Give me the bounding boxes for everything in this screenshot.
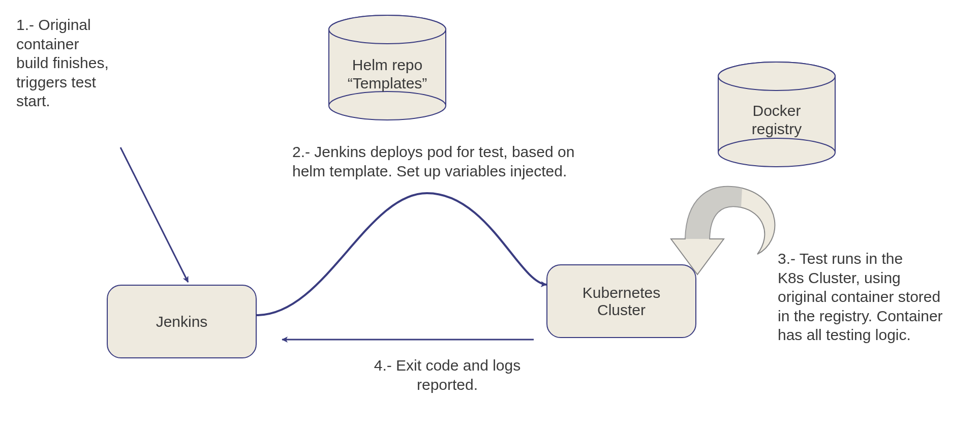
jenkins-node: Jenkins (107, 285, 257, 358)
step1-text: 1.- Original container build finishes, t… (16, 15, 148, 111)
svg-point-10 (718, 138, 835, 167)
jenkins-label: Jenkins (156, 313, 208, 330)
step3-text: 3.- Test runs in the K8s Cluster, using … (778, 249, 980, 345)
step4-text: 4.- Exit code and logs reported. (346, 356, 549, 394)
helm-repo-label: Helm repo “Templates” (329, 56, 446, 93)
svg-point-11 (718, 62, 835, 90)
arrow-step3 (671, 187, 775, 274)
arrow-step1 (120, 147, 188, 282)
step2-text: 2.- Jenkins deploys pod for test, based … (292, 142, 648, 180)
docker-registry-label: Docker registry (718, 102, 835, 138)
diagram-stage: 1.- Original container build finishes, t… (0, 0, 980, 427)
kubernetes-label: Kubernetes Cluster (583, 284, 660, 319)
svg-point-4 (329, 92, 446, 120)
svg-point-5 (329, 15, 446, 44)
kubernetes-node: Kubernetes Cluster (546, 264, 696, 338)
arrow-step2 (257, 193, 546, 315)
